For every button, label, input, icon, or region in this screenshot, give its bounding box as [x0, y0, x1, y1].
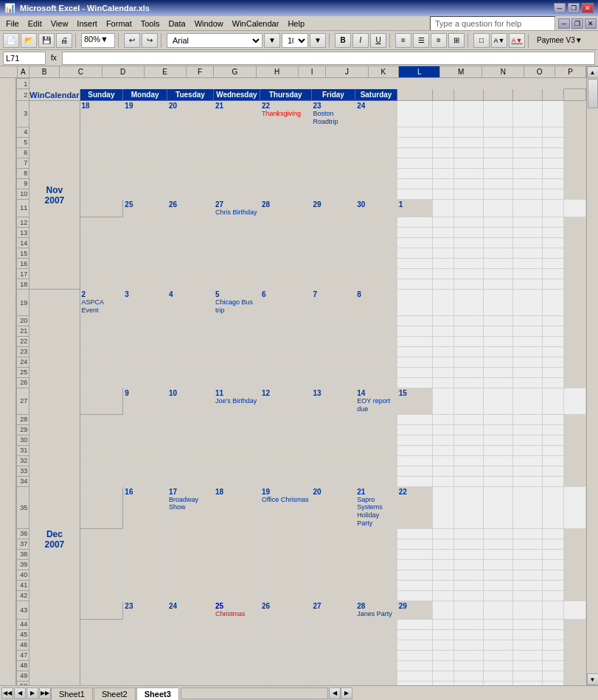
- day-cell[interactable]: 19 Office Chrismas: [260, 486, 311, 528]
- day-empty[interactable]: [80, 640, 123, 650]
- day-empty[interactable]: [260, 336, 311, 346]
- day-empty[interactable]: [167, 619, 214, 629]
- day-empty[interactable]: [80, 580, 123, 590]
- day-cell[interactable]: 21 Sapro Systems Holiday Party: [355, 486, 397, 528]
- day-empty[interactable]: [260, 559, 311, 570]
- day-empty[interactable]: [260, 147, 311, 158]
- day-empty[interactable]: [80, 279, 123, 290]
- day-empty[interactable]: [213, 357, 260, 367]
- day-empty[interactable]: [311, 466, 355, 476]
- day-empty[interactable]: [167, 476, 214, 486]
- day-empty[interactable]: [167, 336, 214, 346]
- day-empty[interactable]: [80, 248, 123, 259]
- day-cell[interactable]: 25 Christmas: [213, 601, 260, 619]
- scroll-prev-btn[interactable]: ◀: [14, 687, 26, 699]
- menu-wincalendar[interactable]: WinCalendar: [228, 18, 284, 29]
- font-dropdown[interactable]: ▼: [264, 33, 280, 48]
- formula-input[interactable]: [62, 52, 595, 65]
- day-empty[interactable]: [80, 466, 123, 476]
- col-header-h[interactable]: H: [257, 66, 299, 77]
- day-empty[interactable]: [355, 127, 397, 137]
- col-header-m[interactable]: M: [440, 66, 482, 77]
- day-empty[interactable]: [80, 259, 123, 269]
- day-empty[interactable]: [260, 414, 311, 424]
- day-empty[interactable]: [355, 435, 397, 445]
- col-header-k[interactable]: K: [369, 66, 400, 77]
- day-empty[interactable]: [213, 424, 260, 435]
- day-cell[interactable]: 19: [123, 101, 167, 127]
- day-empty[interactable]: [167, 326, 214, 336]
- day-empty[interactable]: [167, 168, 214, 178]
- day-empty[interactable]: [260, 248, 311, 259]
- day-empty[interactable]: [167, 158, 214, 168]
- day-empty[interactable]: [355, 168, 397, 178]
- day-empty[interactable]: [123, 269, 167, 279]
- day-empty[interactable]: [167, 629, 214, 640]
- day-empty[interactable]: [123, 414, 167, 424]
- day-empty[interactable]: [260, 357, 311, 367]
- day-empty[interactable]: [123, 259, 167, 269]
- day-empty[interactable]: [260, 259, 311, 269]
- day-empty[interactable]: [80, 228, 123, 238]
- day-cell[interactable]: 22 Thanksgiving: [260, 101, 311, 127]
- save-button[interactable]: 💾: [38, 33, 55, 48]
- day-empty[interactable]: [311, 528, 355, 539]
- day-empty[interactable]: [80, 377, 123, 388]
- day-empty[interactable]: [213, 590, 260, 601]
- day-empty[interactable]: [123, 336, 167, 346]
- day-empty[interactable]: [167, 570, 214, 580]
- day-empty[interactable]: [213, 549, 260, 559]
- day-empty[interactable]: [167, 315, 214, 326]
- day-empty[interactable]: [213, 570, 260, 580]
- day-empty[interactable]: [167, 228, 214, 238]
- day-cell[interactable]: 12: [260, 388, 311, 414]
- day-empty[interactable]: [123, 580, 167, 590]
- day-empty[interactable]: [80, 671, 123, 681]
- day-empty[interactable]: [311, 279, 355, 290]
- day-empty[interactable]: [123, 127, 167, 137]
- day-empty[interactable]: [213, 346, 260, 357]
- day-cell[interactable]: 18: [80, 101, 123, 127]
- restore-button[interactable]: ❐: [568, 3, 580, 13]
- name-box[interactable]: [3, 52, 46, 65]
- day-cell[interactable]: 28: [260, 199, 311, 217]
- day-empty[interactable]: [123, 357, 167, 367]
- day-cell[interactable]: 23 Boston Roadtrip: [311, 101, 355, 127]
- vertical-scrollbar[interactable]: ▲ ▼: [586, 66, 598, 685]
- day-empty[interactable]: [80, 549, 123, 559]
- day-empty[interactable]: [311, 424, 355, 435]
- day-empty[interactable]: [355, 158, 397, 168]
- day-empty[interactable]: [213, 147, 260, 158]
- day-cell[interactable]: 30: [355, 199, 397, 217]
- day-empty[interactable]: [260, 158, 311, 168]
- day-empty[interactable]: [80, 158, 123, 168]
- day-empty[interactable]: [355, 590, 397, 601]
- day-empty[interactable]: [167, 346, 214, 357]
- day-cell[interactable]: 10: [167, 388, 214, 414]
- day-empty[interactable]: [260, 580, 311, 590]
- day-empty[interactable]: [355, 357, 397, 367]
- day-empty[interactable]: [311, 414, 355, 424]
- day-empty[interactable]: [167, 147, 214, 158]
- day-empty[interactable]: [355, 178, 397, 189]
- size-selector[interactable]: 10: [282, 33, 308, 48]
- day-empty[interactable]: [80, 178, 123, 189]
- day-empty[interactable]: [355, 217, 397, 228]
- day-empty[interactable]: [123, 590, 167, 601]
- day-empty[interactable]: [123, 217, 167, 228]
- day-empty[interactable]: [355, 580, 397, 590]
- day-empty[interactable]: [311, 147, 355, 158]
- day-cell[interactable]: 15: [397, 388, 432, 414]
- day-empty[interactable]: [355, 346, 397, 357]
- day-empty[interactable]: [260, 650, 311, 660]
- day-empty[interactable]: [311, 590, 355, 601]
- day-empty[interactable]: [260, 435, 311, 445]
- col-header-a[interactable]: A: [18, 66, 29, 77]
- day-empty[interactable]: [311, 228, 355, 238]
- day-cell[interactable]: 4: [167, 290, 214, 316]
- day-empty[interactable]: [355, 629, 397, 640]
- day-empty[interactable]: [355, 424, 397, 435]
- day-empty[interactable]: [80, 315, 123, 326]
- col-header-l[interactable]: L: [399, 66, 440, 77]
- day-empty[interactable]: [123, 377, 167, 388]
